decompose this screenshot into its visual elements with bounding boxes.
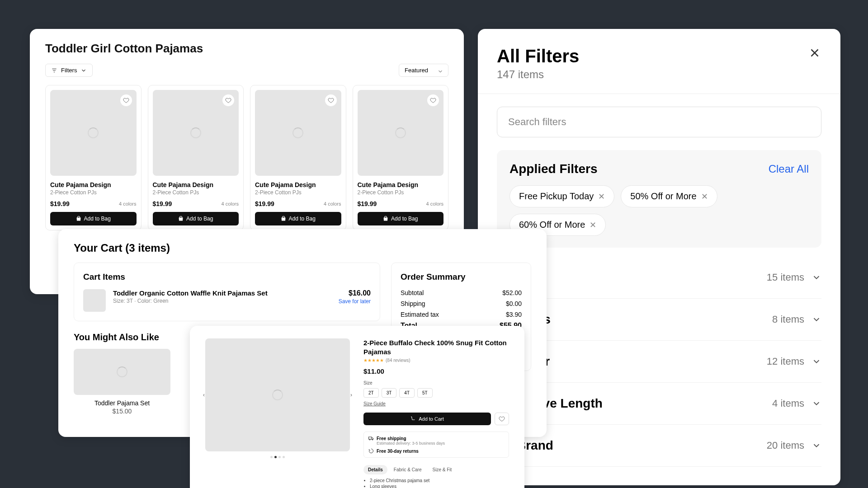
bag-icon xyxy=(178,216,184,221)
recommendation-image xyxy=(74,349,170,395)
filter-group-count: 8 items xyxy=(772,314,804,325)
gallery-dot[interactable] xyxy=(270,456,273,458)
size-label: Size xyxy=(363,380,509,385)
tab-fit[interactable]: Size & Fit xyxy=(428,465,456,474)
cart-item-variant: Size: 3T · Color: Green xyxy=(113,298,331,304)
cart-items-title: Cart Items xyxy=(83,272,371,282)
add-to-bag-button[interactable]: Add to Bag xyxy=(50,212,137,225)
size-option[interactable]: 2T xyxy=(363,388,379,398)
cart-items-panel: Cart Items Toddler Organic Cotton Waffle… xyxy=(74,263,380,321)
product-subtitle: 2-Piece Cotton PJs xyxy=(358,189,444,196)
loading-spinner-icon xyxy=(272,389,283,400)
gallery-dot[interactable] xyxy=(274,456,277,458)
size-option[interactable]: 4T xyxy=(399,388,415,398)
wishlist-button[interactable] xyxy=(427,94,439,106)
gallery-dots xyxy=(205,456,350,458)
chip-remove-icon[interactable]: ✕ xyxy=(701,192,708,202)
wishlist-button[interactable] xyxy=(222,94,234,106)
detail-tabs: Details Fabric & Care Size & Fit xyxy=(363,465,509,474)
loading-spinner-icon xyxy=(88,127,99,138)
loading-spinner-icon xyxy=(190,127,201,138)
heart-icon xyxy=(430,97,436,103)
product-card[interactable]: Cute Pajama Design 2-Piece Cotton PJs $1… xyxy=(148,85,244,230)
shipping-label: Shipping xyxy=(401,300,425,307)
shipping-estimate: Estimated delivery: 3-5 business days xyxy=(377,441,504,446)
cart-item-name: Toddler Organic Cotton Waffle Knit Pajam… xyxy=(113,289,331,297)
svg-point-9 xyxy=(369,439,370,440)
order-summary-title: Order Summary xyxy=(401,272,522,282)
add-to-bag-button[interactable]: Add to Bag xyxy=(255,212,341,225)
add-to-bag-button[interactable]: Add to Bag xyxy=(358,212,444,225)
cart-item-image xyxy=(83,289,106,312)
product-detail-card: ‹ › 2-Piece Buffalo Check 100% Snug Fit … xyxy=(190,326,524,488)
product-name: Cute Pajama Design xyxy=(358,181,444,188)
tax-value: $3.90 xyxy=(506,311,522,318)
filters-button-label: Filters xyxy=(61,67,77,74)
add-to-bag-label: Add to Bag xyxy=(289,216,316,222)
product-colors: 4 colors xyxy=(324,201,341,206)
chevron-down-icon xyxy=(80,67,87,74)
product-main-image xyxy=(205,338,350,451)
bullet-item: 2-piece Christmas pajama set xyxy=(370,478,509,483)
chevron-down-icon xyxy=(811,357,821,366)
size-option[interactable]: 3T xyxy=(382,388,397,398)
sort-select[interactable]: Featured xyxy=(399,64,448,77)
product-card[interactable]: Cute Pajama Design 2-Piece Cotton PJs $1… xyxy=(353,85,449,230)
return-icon xyxy=(368,448,374,454)
chevron-down-icon xyxy=(811,272,821,282)
add-to-bag-button[interactable]: Add to Bag xyxy=(153,212,239,225)
wishlist-button[interactable] xyxy=(325,94,337,106)
review-count: (84 reviews) xyxy=(386,358,410,363)
product-colors: 4 colors xyxy=(119,201,137,206)
filters-button[interactable]: Filters xyxy=(45,64,93,77)
close-button[interactable] xyxy=(808,46,821,62)
product-price: $19.99 xyxy=(255,200,274,207)
size-option[interactable]: 5T xyxy=(417,388,433,398)
product-title: 2-Piece Buffalo Check 100% Snug Fit Cott… xyxy=(363,338,509,356)
bag-icon xyxy=(383,216,388,221)
chip-remove-icon[interactable]: ✕ xyxy=(598,192,605,202)
product-name: Cute Pajama Design xyxy=(255,181,341,188)
chip-remove-icon[interactable]: ✕ xyxy=(590,220,596,230)
save-for-later-button[interactable]: Save for later xyxy=(339,298,371,305)
tab-details[interactable]: Details xyxy=(363,465,387,474)
wishlist-button[interactable] xyxy=(120,94,132,106)
chevron-down-icon xyxy=(437,68,443,75)
product-card[interactable]: Cute Pajama Design 2-Piece Cotton PJs $1… xyxy=(45,85,142,230)
loading-spinner-icon xyxy=(117,366,127,377)
detail-bullets: 2-piece Christmas pajama set Long sleeve… xyxy=(363,478,509,488)
bullet-item: Long sleeves xyxy=(370,484,509,488)
tab-fabric[interactable]: Fabric & Care xyxy=(389,465,426,474)
filter-group-count: 20 items xyxy=(767,440,804,451)
size-guide-link[interactable]: Size Guide xyxy=(363,401,509,406)
gallery-next-button[interactable]: › xyxy=(345,389,357,401)
shipping-value: $0.00 xyxy=(506,300,522,307)
product-image xyxy=(358,90,444,176)
recommendation-name: Toddler Pajama Set xyxy=(74,399,170,407)
gallery-dot[interactable] xyxy=(283,456,285,458)
add-to-cart-button[interactable]: Add to Cart xyxy=(363,413,491,425)
cart-icon xyxy=(410,416,416,422)
product-card[interactable]: Cute Pajama Design 2-Piece Cotton PJs $1… xyxy=(250,85,346,230)
chip-label: 50% Off or More xyxy=(630,191,696,202)
add-to-cart-label: Add to Cart xyxy=(419,416,444,422)
loading-spinner-icon xyxy=(292,127,303,138)
product-image xyxy=(255,90,341,176)
listing-toolbar: Filters Featured xyxy=(45,64,448,77)
filters-title: All Filters xyxy=(497,46,579,66)
filter-chip[interactable]: Free Pickup Today✕ xyxy=(509,185,614,207)
filter-chip[interactable]: 50% Off or More✕ xyxy=(621,185,717,207)
chip-label: 60% Off or More xyxy=(519,220,585,230)
filter-group-count: 12 items xyxy=(767,356,804,367)
clear-all-button[interactable]: Clear All xyxy=(769,163,809,175)
filter-chips: Free Pickup Today✕ 50% Off or More✕ 60% … xyxy=(509,185,809,236)
recommendation-card[interactable]: Toddler Pajama Set $15.00 xyxy=(74,349,170,415)
add-to-bag-label: Add to Bag xyxy=(391,216,418,222)
product-name: Cute Pajama Design xyxy=(153,181,239,188)
product-subtitle: 2-Piece Cotton PJs xyxy=(50,189,137,196)
wishlist-button[interactable] xyxy=(495,413,509,425)
gallery-dot[interactable] xyxy=(278,456,281,458)
product-subtitle: 2-Piece Cotton PJs xyxy=(255,189,341,196)
search-filters-input[interactable]: Search filters xyxy=(497,107,821,137)
divider xyxy=(478,94,840,94)
